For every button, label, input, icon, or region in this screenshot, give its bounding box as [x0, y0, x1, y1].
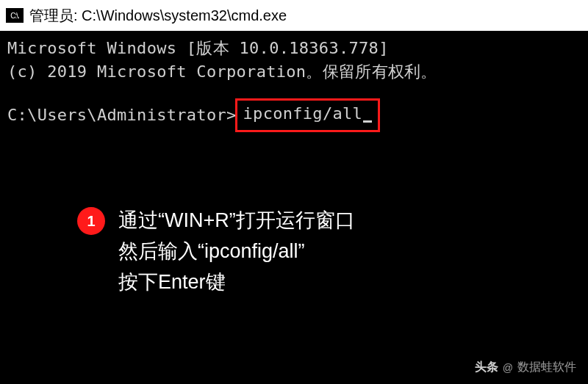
watermark-label: 头条	[475, 360, 498, 375]
watermark-at-icon: @	[503, 362, 513, 374]
step-number-badge: 1	[77, 207, 105, 235]
cmd-icon: C:\.	[6, 8, 24, 23]
instruction-line-3: 按下Enter键	[118, 267, 355, 298]
terminal-version-line: Microsoft Windows [版本 10.0.18363.778]	[7, 37, 581, 60]
instruction-line-2: 然后输入“ipconfig/all”	[118, 236, 355, 267]
watermark-name: 数据蛙软件	[517, 360, 576, 375]
instruction-annotation: 1 通过“WIN+R”打开运行窗口 然后输入“ipconfig/all” 按下E…	[77, 206, 355, 298]
window-title: 管理员: C:\Windows\system32\cmd.exe	[29, 6, 287, 26]
instruction-text: 通过“WIN+R”打开运行窗口 然后输入“ipconfig/all” 按下Ent…	[118, 206, 355, 298]
terminal-command: ipconfig/all	[243, 104, 363, 123]
watermark: 头条 @ 数据蛙软件	[475, 360, 576, 375]
terminal-cursor	[363, 120, 372, 123]
window-titlebar: C:\. 管理员: C:\Windows\system32\cmd.exe	[0, 0, 588, 31]
instruction-line-1: 通过“WIN+R”打开运行窗口	[118, 206, 355, 236]
command-highlight-box: ipconfig/all	[235, 98, 381, 132]
terminal-output[interactable]: Microsoft Windows [版本 10.0.18363.778] (c…	[0, 31, 588, 138]
terminal-prompt-line[interactable]: C:\Users\Administrator>ipconfig/all	[7, 98, 581, 132]
terminal-prompt: C:\Users\Administrator>	[7, 104, 237, 127]
terminal-copyright-line: (c) 2019 Microsoft Corporation。保留所有权利。	[7, 60, 581, 84]
